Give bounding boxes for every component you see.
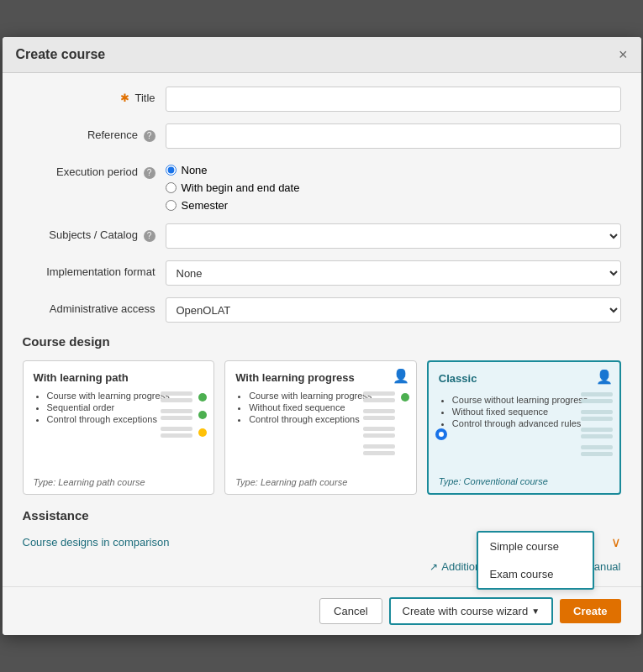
bar-group	[161, 391, 192, 402]
bar	[161, 427, 192, 431]
modal-footer: Cancel Create with course wizard ▼ Creat…	[3, 586, 641, 635]
icon-row-1	[161, 391, 207, 402]
bar	[363, 427, 395, 431]
course-card-classic[interactable]: Classic 👤 Course without learning progre…	[427, 360, 621, 495]
reference-input[interactable]	[166, 123, 621, 149]
admin-access-select[interactable]: OpenOLAT	[166, 297, 621, 323]
icon-row-1	[581, 392, 613, 403]
wizard-button-label: Create with course wizard	[403, 605, 529, 617]
execution-period-radio-group: None With begin and end date Semester	[166, 160, 621, 212]
classic-person-icon: 👤	[596, 369, 613, 385]
reference-help-icon[interactable]: ?	[144, 130, 155, 142]
course-design-grid: With learning path Course with learning …	[23, 360, 621, 495]
icon-row-4	[363, 444, 409, 455]
green-dot	[401, 393, 409, 402]
card-learning-path-title: With learning path	[34, 371, 204, 384]
bar-group	[363, 409, 395, 420]
dropdown-item-exam[interactable]: Exam course	[478, 560, 593, 588]
radio-none-label: None	[182, 164, 208, 176]
admin-access-row: Administrative access OpenOLAT	[23, 297, 621, 323]
modal-body: ✱ Title Reference ? Ex	[3, 73, 641, 586]
bar-group	[363, 391, 395, 402]
wizard-button[interactable]: Create with course wizard ▼	[389, 597, 553, 625]
title-input[interactable]	[166, 87, 621, 112]
radio-semester-input[interactable]	[166, 200, 177, 211]
icon-row-2	[581, 410, 613, 421]
wizard-caret-icon: ▼	[531, 606, 540, 616]
bar	[161, 391, 192, 396]
radio-semester-label: Semester	[182, 199, 229, 212]
person-icon: 👤	[393, 368, 409, 384]
icon-row-4	[581, 445, 613, 456]
bar-group	[161, 427, 192, 438]
green-dot	[198, 393, 207, 402]
dropdown-item-simple[interactable]: Simple course	[478, 533, 593, 560]
bar	[161, 416, 192, 420]
reference-row: Reference ?	[23, 123, 621, 149]
radio-begin-end-input[interactable]	[166, 182, 177, 193]
course-design-title: Course design	[23, 334, 621, 349]
execution-period-help-icon[interactable]: ?	[144, 167, 155, 179]
bar	[363, 433, 395, 438]
radio-begin-end[interactable]: With begin and end date	[166, 181, 621, 194]
bar	[581, 428, 613, 432]
bar-group	[581, 445, 613, 456]
implementation-field-container: None	[166, 260, 621, 286]
bar	[363, 451, 395, 455]
card-icons-lpr: 👤	[393, 368, 409, 384]
subjects-help-icon[interactable]: ?	[144, 230, 155, 242]
bar	[581, 399, 613, 403]
chevron-down-icon: ∨	[611, 534, 621, 550]
icon-row-1	[363, 391, 409, 402]
bar-group	[363, 427, 395, 438]
cancel-button[interactable]: Cancel	[319, 598, 382, 624]
external-link-icon: ↗	[430, 561, 438, 573]
card-classic-title: Classic	[439, 372, 477, 385]
icon-row-3	[363, 427, 409, 438]
subjects-label: Subjects / Catalog ?	[23, 223, 166, 242]
title-field-container	[166, 87, 621, 112]
card-classic-type: Type: Conventional course	[439, 476, 548, 486]
execution-period-label: Execution period ?	[23, 160, 166, 179]
bar	[363, 409, 395, 413]
radio-none-input[interactable]	[166, 165, 177, 176]
bar	[581, 417, 613, 421]
card-icons-lp	[161, 391, 207, 438]
bar	[161, 433, 192, 438]
bar	[161, 398, 192, 402]
bar	[581, 452, 613, 456]
icon-row-3	[161, 427, 207, 438]
modal-overlay: Create course × ✱ Title Reference ?	[0, 0, 643, 672]
subjects-field-container	[166, 223, 621, 249]
required-star: ✱	[120, 92, 129, 104]
course-card-learning-progress[interactable]: With learning progress Course with learn…	[224, 360, 417, 495]
bar	[363, 416, 395, 420]
radio-semester[interactable]: Semester	[166, 199, 621, 212]
implementation-select[interactable]: None	[166, 260, 621, 286]
execution-period-options: None With begin and end date Semester	[166, 160, 621, 212]
wizard-dropdown: Simple course Exam course	[477, 531, 594, 590]
icon-row-2	[161, 409, 207, 420]
subjects-select[interactable]	[166, 223, 621, 249]
title-row: ✱ Title	[23, 87, 621, 112]
execution-period-row: Execution period ? None With begin and e…	[23, 160, 621, 212]
bar	[581, 392, 613, 396]
bar	[581, 410, 613, 414]
close-button[interactable]: ×	[619, 47, 628, 62]
implementation-row: Implementation format None	[23, 260, 621, 286]
radio-none[interactable]: None	[166, 164, 621, 176]
modal-title: Create course	[16, 47, 106, 62]
reference-label: Reference ?	[23, 123, 166, 142]
green-dot	[198, 411, 207, 419]
course-card-learning-path[interactable]: With learning path Course with learning …	[23, 360, 215, 495]
subjects-row: Subjects / Catalog ?	[23, 223, 621, 249]
card-learning-path-type: Type: Learning path course	[34, 477, 145, 487]
card-learning-progress-type: Type: Learning path course	[235, 477, 347, 487]
card-icons-lpr2	[363, 391, 409, 455]
create-button[interactable]: Create	[560, 599, 620, 623]
radio-begin-end-label: With begin and end date	[182, 181, 300, 194]
implementation-label: Implementation format	[23, 260, 166, 278]
bar	[363, 391, 395, 396]
card-learning-progress-title: With learning progress	[235, 371, 406, 384]
modal-header: Create course ×	[3, 37, 641, 73]
